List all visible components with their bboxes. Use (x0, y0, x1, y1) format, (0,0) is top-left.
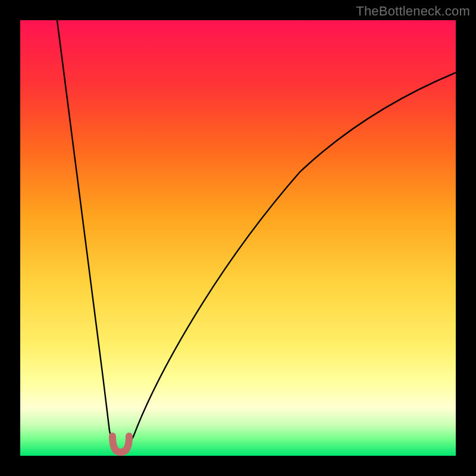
chart-frame (20, 20, 456, 456)
curve-right (126, 73, 456, 449)
valley-marker (112, 436, 129, 452)
curve-left (57, 20, 115, 449)
watermark-text: TheBottleneck.com (356, 4, 470, 19)
bottleneck-curve (20, 20, 456, 456)
